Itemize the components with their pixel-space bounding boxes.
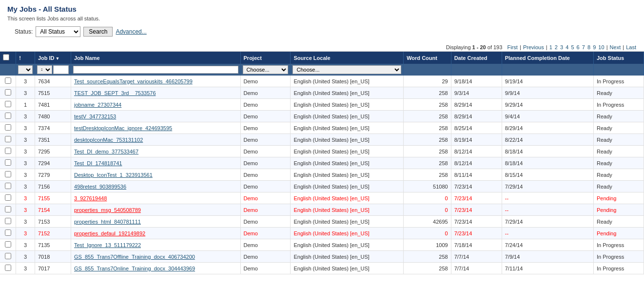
job-name-link[interactable]: jobname_27307344 [74,102,121,108]
row-jobname[interactable]: properties_msg_540508789 [71,204,240,216]
row-jobname[interactable]: testDresktopIconMac_ignore_424693595 [71,122,240,134]
row-checkbox-cell[interactable] [0,181,16,192]
pagination-1[interactable]: 1 [549,44,552,50]
row-checkbox-cell[interactable] [0,192,16,204]
header-locale[interactable]: Source Locale [291,52,404,64]
pagination-previous[interactable]: Previous [523,44,544,50]
pagination-2[interactable]: 2 [555,44,558,50]
filter-project-col[interactable]: Choose... [240,64,291,76]
row-jobname[interactable]: 498retest_903899536 [71,181,240,192]
project-filter-select[interactable]: Choose... [243,65,289,74]
select-all-checkbox[interactable] [3,54,9,60]
row-checkbox[interactable] [5,148,11,154]
row-checkbox[interactable] [5,183,11,189]
row-jobname[interactable]: properties_defaul_192149892 [71,228,240,239]
row-checkbox-cell[interactable] [0,134,16,146]
row-checkbox-cell[interactable] [0,122,16,134]
row-checkbox[interactable] [5,77,11,84]
pagination-7[interactable]: 7 [582,44,585,50]
filter-priority-col[interactable]: ▼ [16,64,35,76]
row-checkbox[interactable] [5,159,11,166]
row-jobname[interactable]: 3_927619448 [71,192,240,204]
row-jobname[interactable]: testV_347732153 [71,111,240,122]
job-name-link[interactable]: TEST_JOB_SEPT_3rd__7533576 [74,90,156,96]
row-checkbox-cell[interactable] [0,251,16,263]
filter-locale-col[interactable]: Choose... [291,64,404,76]
advanced-link[interactable]: Advanced... [116,28,146,35]
row-checkbox[interactable] [5,113,11,119]
job-name-link[interactable]: properties_defaul_192149892 [74,230,145,236]
status-dropdown[interactable]: All Status In Progress Ready Pending Com… [36,26,80,37]
row-checkbox-cell[interactable] [0,76,16,87]
pagination-5[interactable]: 5 [571,44,574,50]
jobid-filter-input[interactable] [53,65,69,74]
row-checkbox[interactable] [5,206,11,212]
row-jobname[interactable]: GS_855_Trans7Online_Training_docx_304443… [71,263,240,274]
pagination-6[interactable]: 6 [577,44,580,50]
row-checkbox[interactable] [5,194,11,201]
job-name-link[interactable]: GS_855_Trans7Offline_Training_docx_40673… [74,254,195,260]
header-datecreated[interactable]: Date Created [451,52,502,64]
row-checkbox-cell[interactable] [0,228,16,239]
pagination-8[interactable]: 8 [587,44,590,50]
row-checkbox-cell[interactable] [0,263,16,274]
job-name-link[interactable]: GS_855_Trans7Online_Training_docx_304443… [74,266,195,271]
header-project[interactable]: Project [240,52,291,64]
jobname-filter-input[interactable] [73,66,238,74]
job-name-link[interactable]: 3_927619448 [74,195,107,201]
header-checkbox[interactable] [0,52,16,64]
job-name-link[interactable]: Test_DI_demo_377533467 [74,149,138,154]
pagination-10[interactable]: 10 [598,44,604,50]
row-jobname[interactable]: Test_DI_174818741 [71,157,240,169]
job-name-link[interactable]: testV_347732153 [74,114,116,119]
row-checkbox-cell[interactable] [0,87,16,99]
row-jobname[interactable]: Test_Ignore_13_511179222 [71,239,240,251]
row-checkbox[interactable] [5,124,11,131]
row-checkbox[interactable] [5,89,11,96]
job-name-link[interactable]: 498retest_903899536 [74,184,126,190]
header-priority[interactable]: ! [16,52,35,64]
row-checkbox-cell[interactable] [0,216,16,228]
job-name-link[interactable]: properties_msg_540508789 [74,207,141,213]
row-checkbox-cell[interactable] [0,157,16,169]
row-checkbox-cell[interactable] [0,99,16,111]
row-jobname[interactable]: Test_sourceEqualsTarget_variouskits_4662… [71,76,240,87]
row-checkbox-cell[interactable] [0,111,16,122]
pagination-9[interactable]: 9 [593,44,596,50]
filter-jobid-col[interactable]: =▼ [35,64,71,76]
row-checkbox[interactable] [5,101,11,107]
header-jobid[interactable]: Job ID▼ [35,52,71,64]
job-name-link[interactable]: Desktop_IconTest_1_323913561 [74,172,153,178]
row-jobname[interactable]: GS_855_Trans7Offline_Training_docx_40673… [71,251,240,263]
job-name-link[interactable]: properties_html_840781111 [74,219,141,225]
pagination-next[interactable]: Next [610,44,621,50]
pagination-last[interactable]: Last [626,44,636,50]
row-checkbox-cell[interactable] [0,239,16,251]
row-checkbox[interactable] [5,241,11,248]
locale-filter-select[interactable]: Choose... [293,65,401,74]
search-button[interactable]: Search [83,27,113,37]
row-checkbox-cell[interactable] [0,204,16,216]
priority-filter-op[interactable]: ▼ [18,65,33,74]
job-name-link[interactable]: testDresktopIconMac_ignore_424693595 [74,125,172,131]
row-jobname[interactable]: jobname_27307344 [71,99,240,111]
pagination-first[interactable]: First [507,44,518,50]
row-checkbox[interactable] [5,218,11,224]
row-jobname[interactable]: properties_html_840781111 [71,216,240,228]
pagination-3[interactable]: 3 [560,44,563,50]
row-checkbox-cell[interactable] [0,169,16,181]
row-checkbox-cell[interactable] [0,146,16,157]
row-checkbox[interactable] [5,171,11,177]
row-checkbox[interactable] [5,230,11,236]
job-name-link[interactable]: Test_Ignore_13_511179222 [74,242,141,248]
row-checkbox[interactable] [5,265,11,271]
row-jobname[interactable]: TEST_JOB_SEPT_3rd__7533576 [71,87,240,99]
job-name-link[interactable]: Test_DI_174818741 [74,160,122,166]
row-jobname[interactable]: Test_DI_demo_377533467 [71,146,240,157]
pagination-4[interactable]: 4 [566,44,568,50]
jobid-filter-op[interactable]: =▼ [37,65,53,74]
filter-jobname-col[interactable] [71,64,240,76]
job-name-link[interactable]: desktopIconMac_753131102 [74,137,143,143]
row-jobname[interactable]: Desktop_IconTest_1_323913561 [71,169,240,181]
header-jobname[interactable]: Job Name [71,52,240,64]
